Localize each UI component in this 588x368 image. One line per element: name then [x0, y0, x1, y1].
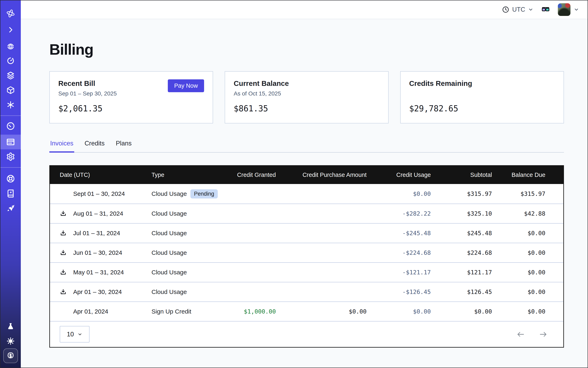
download-icon [60, 269, 67, 276]
credit-usage-value: -$121.17 [367, 269, 431, 276]
usage-dashboard-icon[interactable] [0, 119, 21, 133]
download-invoice-button[interactable] [60, 288, 73, 295]
billing-tabs: Invoices Credits Plans [49, 140, 564, 153]
col-header-type: Type [152, 172, 225, 178]
table-header-row: Date (UTC) Type Credit Granted Credit Pu… [50, 166, 563, 184]
labs-flask-icon[interactable] [0, 319, 21, 334]
invoice-type: Cloud Usage [152, 210, 187, 217]
col-header-credit-usage: Credit Usage [367, 172, 431, 178]
invoice-date: Sept 01 – 30, 2024 [73, 190, 125, 197]
main-column: UTC Billing Recent Bill Sep 01 – Sep 30,… [21, 0, 588, 368]
invoice-date-cell: Sept 01 – 30, 2024 [60, 190, 152, 197]
credit-granted-value: $1,000.00 [225, 308, 276, 315]
docs-book-icon[interactable] [0, 186, 21, 201]
download-invoice-button[interactable] [60, 230, 73, 237]
pager-controls [515, 328, 549, 340]
timezone-label: UTC [512, 6, 525, 13]
card-title: Current Balance [234, 79, 380, 88]
layers-icon[interactable] [0, 68, 21, 83]
user-menu[interactable] [558, 3, 579, 16]
invoice-date-cell: May 01 – 31, 2024 [60, 269, 152, 276]
download-icon [60, 288, 67, 295]
subtotal-value: $121.17 [431, 269, 492, 276]
download-invoice-button[interactable] [60, 269, 73, 276]
invoice-type-cell: Cloud Usage [152, 269, 225, 276]
balance-due-value: $315.97 [492, 190, 545, 197]
invoice-date: Apr 01, 2024 [73, 308, 108, 315]
billing-summary-cards: Recent Bill Sep 01 – Sep 30, 2025 $2,061… [49, 71, 564, 123]
page-size-select[interactable]: 10 [60, 326, 90, 342]
previous-page-button[interactable] [515, 328, 527, 340]
card-amount: $861.35 [234, 104, 380, 113]
subtotal-value: $245.48 [431, 230, 492, 237]
tracing-icon[interactable] [0, 39, 21, 54]
table-row: Apr 01, 2024 Sign Up Credit $1,000.00 $0… [50, 302, 563, 321]
support-lifebuoy-icon[interactable] [0, 171, 21, 186]
credit-usage-value: $0.00 [367, 190, 431, 197]
invoice-type-cell: Cloud Usage [152, 288, 225, 295]
cube-icon[interactable] [0, 83, 21, 98]
timezone-switcher[interactable]: UTC [502, 6, 533, 13]
invoice-date: Jun 01 – 30, 2024 [73, 249, 122, 256]
pay-now-button[interactable]: Pay Now [168, 79, 204, 92]
app-logo-icon[interactable] [0, 6, 21, 21]
tab-credits[interactable]: Credits [84, 140, 105, 153]
asterisk-icon[interactable] [0, 98, 21, 112]
card-amount: $2,061.35 [58, 104, 204, 113]
invoice-date-cell: Jul 01 – 31, 2024 [60, 230, 152, 237]
invoice-date: Aug 01 – 31, 2024 [73, 210, 123, 217]
invoice-type: Cloud Usage [152, 269, 187, 276]
tab-invoices[interactable]: Invoices [49, 140, 74, 153]
theme-sun-icon[interactable] [0, 334, 21, 349]
sidebar-divider [0, 167, 21, 168]
subtotal-value: $325.10 [431, 210, 492, 217]
balance-due-value: $0.00 [492, 230, 545, 237]
invoice-type-cell: Cloud Usage [152, 230, 225, 237]
col-header-subtotal: Subtotal [431, 172, 492, 178]
table-row: May 01 – 31, 2024 Cloud Usage -$121.17 $… [50, 262, 563, 282]
invoice-date: Jul 01 – 31, 2024 [73, 230, 120, 237]
download-icon [60, 249, 67, 256]
invoices-table: Date (UTC) Type Credit Granted Credit Pu… [49, 165, 564, 348]
chevron-down-icon [528, 7, 533, 12]
arrow-right-icon [539, 330, 547, 339]
rocket-icon[interactable] [0, 201, 21, 215]
balance-due-value: $0.00 [492, 288, 545, 295]
invoice-date-cell: Apr 01, 2024 [60, 308, 152, 315]
timer-icon[interactable] [0, 54, 21, 68]
current-balance-card: Current Balance As of Oct 15, 2025 $861.… [225, 71, 389, 123]
tab-plans[interactable]: Plans [115, 140, 133, 153]
credits-badge-button[interactable] [3, 349, 18, 363]
invoice-date: Apr 01 – 30, 2024 [73, 288, 122, 295]
collapse-chevron-icon[interactable] [0, 22, 21, 37]
table-pagination: 10 [50, 321, 563, 347]
page-size-value: 10 [67, 331, 74, 338]
status-badge: Pending [190, 189, 217, 199]
chevron-down-icon [574, 7, 579, 12]
invoice-table-body: Sept 01 – 30, 2024 Cloud Usage Pending $… [50, 184, 563, 321]
credit-usage-value: -$126.45 [367, 288, 431, 295]
table-row: Apr 01 – 30, 2024 Cloud Usage -$126.45 $… [50, 282, 563, 302]
subtotal-value: $224.68 [431, 249, 492, 256]
topbar: UTC [21, 0, 588, 19]
sidebar-item-billing[interactable] [0, 135, 21, 149]
settings-gear-icon[interactable] [0, 149, 21, 164]
table-row: Sept 01 – 30, 2024 Cloud Usage Pending $… [50, 184, 563, 203]
subtotal-value: $126.45 [431, 288, 492, 295]
card-title: Credits Remaining [409, 79, 555, 88]
invoice-date-cell: Apr 01 – 30, 2024 [60, 288, 152, 295]
theater-glasses-icon[interactable] [541, 5, 550, 14]
invoice-date-cell: Jun 01 – 30, 2024 [60, 249, 152, 256]
balance-due-value: $0.00 [492, 308, 545, 315]
next-page-button[interactable] [537, 328, 549, 340]
table-row: Aug 01 – 31, 2024 Cloud Usage -$282.22 $… [50, 203, 563, 223]
balance-due-value: $42.88 [492, 210, 545, 217]
sidebar-divider [0, 115, 21, 116]
subtotal-value: $0.00 [431, 308, 492, 315]
invoice-date-cell: Aug 01 – 31, 2024 [60, 210, 152, 217]
col-header-credit-purchase: Credit Purchase Amount [276, 172, 367, 178]
download-invoice-button[interactable] [60, 210, 73, 217]
subtotal-value: $315.97 [431, 190, 492, 197]
download-icon [60, 230, 67, 237]
download-invoice-button[interactable] [60, 249, 73, 256]
